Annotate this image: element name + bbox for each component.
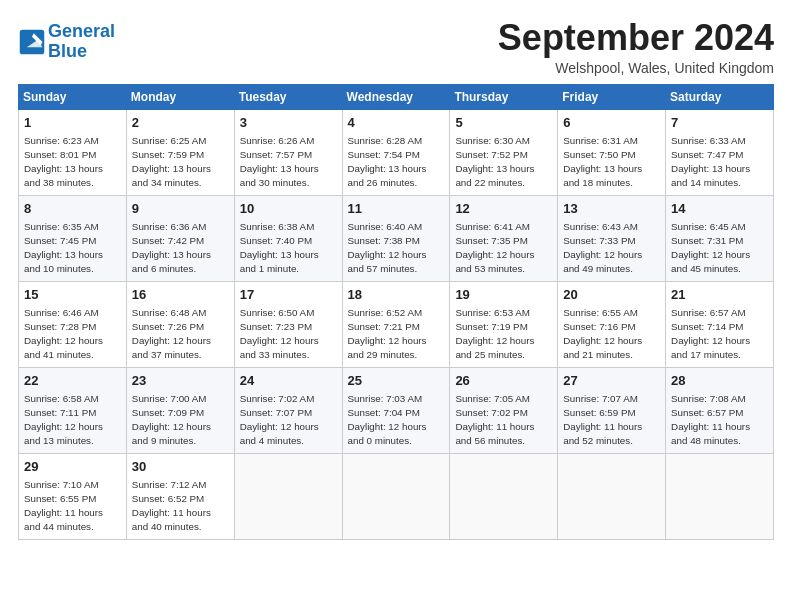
day-info: Sunrise: 6:58 AM Sunset: 7:11 PM Dayligh… (24, 392, 121, 449)
day-info: Sunrise: 6:41 AM Sunset: 7:35 PM Dayligh… (455, 220, 552, 277)
day-info: Sunrise: 7:03 AM Sunset: 7:04 PM Dayligh… (348, 392, 445, 449)
day-info: Sunrise: 7:02 AM Sunset: 7:07 PM Dayligh… (240, 392, 337, 449)
month-title: September 2024 (498, 18, 774, 58)
weekday-header-friday: Friday (558, 84, 666, 109)
day-number: 28 (671, 372, 768, 390)
calendar-cell: 7Sunrise: 6:33 AM Sunset: 7:47 PM Daylig… (666, 109, 774, 195)
calendar-cell: 5Sunrise: 6:30 AM Sunset: 7:52 PM Daylig… (450, 109, 558, 195)
calendar-cell: 12Sunrise: 6:41 AM Sunset: 7:35 PM Dayli… (450, 195, 558, 281)
day-info: Sunrise: 6:52 AM Sunset: 7:21 PM Dayligh… (348, 306, 445, 363)
calendar-week-row: 8Sunrise: 6:35 AM Sunset: 7:45 PM Daylig… (19, 195, 774, 281)
calendar-cell: 27Sunrise: 7:07 AM Sunset: 6:59 PM Dayli… (558, 367, 666, 453)
logo-icon (18, 28, 46, 56)
day-info: Sunrise: 6:36 AM Sunset: 7:42 PM Dayligh… (132, 220, 229, 277)
header: General Blue September 2024 Welshpool, W… (18, 18, 774, 76)
day-number: 18 (348, 286, 445, 304)
day-info: Sunrise: 6:23 AM Sunset: 8:01 PM Dayligh… (24, 134, 121, 191)
calendar-cell: 10Sunrise: 6:38 AM Sunset: 7:40 PM Dayli… (234, 195, 342, 281)
weekday-header-saturday: Saturday (666, 84, 774, 109)
day-info: Sunrise: 7:05 AM Sunset: 7:02 PM Dayligh… (455, 392, 552, 449)
logo: General Blue (18, 22, 115, 62)
calendar-cell: 25Sunrise: 7:03 AM Sunset: 7:04 PM Dayli… (342, 367, 450, 453)
day-number: 21 (671, 286, 768, 304)
day-number: 12 (455, 200, 552, 218)
calendar-cell: 3Sunrise: 6:26 AM Sunset: 7:57 PM Daylig… (234, 109, 342, 195)
weekday-header-tuesday: Tuesday (234, 84, 342, 109)
day-number: 10 (240, 200, 337, 218)
calendar-cell: 26Sunrise: 7:05 AM Sunset: 7:02 PM Dayli… (450, 367, 558, 453)
logo-text: General Blue (48, 22, 115, 62)
day-info: Sunrise: 6:25 AM Sunset: 7:59 PM Dayligh… (132, 134, 229, 191)
calendar-cell: 1Sunrise: 6:23 AM Sunset: 8:01 PM Daylig… (19, 109, 127, 195)
logo-line2: Blue (48, 41, 87, 61)
day-number: 27 (563, 372, 660, 390)
day-number: 17 (240, 286, 337, 304)
calendar-week-row: 1Sunrise: 6:23 AM Sunset: 8:01 PM Daylig… (19, 109, 774, 195)
logo-line1: General (48, 21, 115, 41)
day-number: 6 (563, 114, 660, 132)
weekday-header-row: SundayMondayTuesdayWednesdayThursdayFrid… (19, 84, 774, 109)
day-number: 20 (563, 286, 660, 304)
day-info: Sunrise: 6:57 AM Sunset: 7:14 PM Dayligh… (671, 306, 768, 363)
calendar-cell (450, 453, 558, 539)
calendar-cell (342, 453, 450, 539)
calendar-cell (234, 453, 342, 539)
day-number: 25 (348, 372, 445, 390)
day-info: Sunrise: 6:53 AM Sunset: 7:19 PM Dayligh… (455, 306, 552, 363)
day-info: Sunrise: 6:45 AM Sunset: 7:31 PM Dayligh… (671, 220, 768, 277)
calendar-cell: 6Sunrise: 6:31 AM Sunset: 7:50 PM Daylig… (558, 109, 666, 195)
day-info: Sunrise: 6:46 AM Sunset: 7:28 PM Dayligh… (24, 306, 121, 363)
calendar-cell: 11Sunrise: 6:40 AM Sunset: 7:38 PM Dayli… (342, 195, 450, 281)
calendar-table: SundayMondayTuesdayWednesdayThursdayFrid… (18, 84, 774, 540)
calendar-cell: 19Sunrise: 6:53 AM Sunset: 7:19 PM Dayli… (450, 281, 558, 367)
weekday-header-monday: Monday (126, 84, 234, 109)
title-block: September 2024 Welshpool, Wales, United … (498, 18, 774, 76)
calendar-cell: 2Sunrise: 6:25 AM Sunset: 7:59 PM Daylig… (126, 109, 234, 195)
day-info: Sunrise: 7:10 AM Sunset: 6:55 PM Dayligh… (24, 478, 121, 535)
day-number: 2 (132, 114, 229, 132)
page: General Blue September 2024 Welshpool, W… (0, 0, 792, 612)
calendar-cell: 14Sunrise: 6:45 AM Sunset: 7:31 PM Dayli… (666, 195, 774, 281)
calendar-cell: 4Sunrise: 6:28 AM Sunset: 7:54 PM Daylig… (342, 109, 450, 195)
day-info: Sunrise: 7:12 AM Sunset: 6:52 PM Dayligh… (132, 478, 229, 535)
day-number: 19 (455, 286, 552, 304)
calendar-cell (666, 453, 774, 539)
day-number: 14 (671, 200, 768, 218)
day-number: 23 (132, 372, 229, 390)
calendar-cell: 22Sunrise: 6:58 AM Sunset: 7:11 PM Dayli… (19, 367, 127, 453)
calendar-cell: 8Sunrise: 6:35 AM Sunset: 7:45 PM Daylig… (19, 195, 127, 281)
day-number: 1 (24, 114, 121, 132)
day-info: Sunrise: 6:33 AM Sunset: 7:47 PM Dayligh… (671, 134, 768, 191)
weekday-header-wednesday: Wednesday (342, 84, 450, 109)
calendar-cell: 30Sunrise: 7:12 AM Sunset: 6:52 PM Dayli… (126, 453, 234, 539)
calendar-cell: 9Sunrise: 6:36 AM Sunset: 7:42 PM Daylig… (126, 195, 234, 281)
day-info: Sunrise: 6:31 AM Sunset: 7:50 PM Dayligh… (563, 134, 660, 191)
day-info: Sunrise: 6:38 AM Sunset: 7:40 PM Dayligh… (240, 220, 337, 277)
day-number: 8 (24, 200, 121, 218)
day-info: Sunrise: 6:48 AM Sunset: 7:26 PM Dayligh… (132, 306, 229, 363)
calendar-cell: 24Sunrise: 7:02 AM Sunset: 7:07 PM Dayli… (234, 367, 342, 453)
day-number: 29 (24, 458, 121, 476)
day-number: 4 (348, 114, 445, 132)
calendar-cell (558, 453, 666, 539)
day-number: 13 (563, 200, 660, 218)
day-number: 9 (132, 200, 229, 218)
day-number: 11 (348, 200, 445, 218)
day-number: 22 (24, 372, 121, 390)
location-subtitle: Welshpool, Wales, United Kingdom (498, 60, 774, 76)
day-number: 5 (455, 114, 552, 132)
day-info: Sunrise: 6:50 AM Sunset: 7:23 PM Dayligh… (240, 306, 337, 363)
day-info: Sunrise: 7:08 AM Sunset: 6:57 PM Dayligh… (671, 392, 768, 449)
day-info: Sunrise: 6:40 AM Sunset: 7:38 PM Dayligh… (348, 220, 445, 277)
day-number: 16 (132, 286, 229, 304)
day-info: Sunrise: 6:55 AM Sunset: 7:16 PM Dayligh… (563, 306, 660, 363)
day-info: Sunrise: 6:28 AM Sunset: 7:54 PM Dayligh… (348, 134, 445, 191)
calendar-cell: 29Sunrise: 7:10 AM Sunset: 6:55 PM Dayli… (19, 453, 127, 539)
calendar-week-row: 22Sunrise: 6:58 AM Sunset: 7:11 PM Dayli… (19, 367, 774, 453)
calendar-cell: 28Sunrise: 7:08 AM Sunset: 6:57 PM Dayli… (666, 367, 774, 453)
day-info: Sunrise: 6:30 AM Sunset: 7:52 PM Dayligh… (455, 134, 552, 191)
day-number: 30 (132, 458, 229, 476)
calendar-week-row: 29Sunrise: 7:10 AM Sunset: 6:55 PM Dayli… (19, 453, 774, 539)
day-number: 3 (240, 114, 337, 132)
calendar-cell: 16Sunrise: 6:48 AM Sunset: 7:26 PM Dayli… (126, 281, 234, 367)
